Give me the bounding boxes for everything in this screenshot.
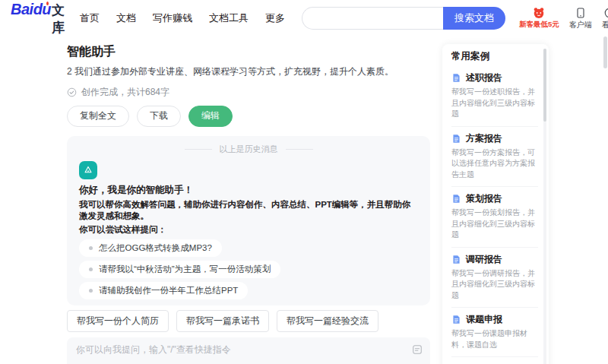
quick-chip-experience-exchange[interactable]: 帮我写一篇经验交流 (277, 310, 378, 332)
bullet-dot (89, 246, 93, 250)
document-icon (451, 73, 461, 83)
primary-nav: 首页 文档 写作赚钱 文档工具 更多 (80, 11, 285, 25)
case-title: 述职报告 (466, 71, 502, 84)
history-divider: 以上是历史消息 (79, 144, 418, 155)
document-icon (451, 315, 461, 324)
nav-item-documents[interactable]: 文档 (116, 11, 136, 25)
quick-chip-resume[interactable]: 帮我写一份个人简历 (67, 310, 169, 332)
case-title: 策划报告 (466, 192, 502, 205)
assistant-avatar (79, 161, 97, 179)
sample-question-ogg-to-mp3[interactable]: 怎么把OGG格式转换成MP3? (79, 239, 222, 257)
document-icon (451, 194, 461, 204)
welcome-intro: 我可以帮你高效解答问题，辅助你进行内容创作、内容总结、PPT编辑等，并且帮助你激… (79, 199, 418, 222)
case-desc: 帮我写一份述职报告，并且内容细化到三级内容标题 (451, 87, 538, 120)
edit-button[interactable]: 编辑 (188, 106, 233, 127)
sample-question-text: 怎么把OGG格式转换成MP3? (99, 242, 212, 254)
welcome-greeting: 你好，我是你的智能助手！ (79, 184, 418, 197)
bullet-dot (89, 267, 93, 271)
nav-item-home[interactable]: 首页 (80, 11, 100, 25)
case-item-work-report[interactable]: 工作报告 帮我写一份工作报告，工作类型随机 (451, 357, 538, 364)
search-input[interactable] (302, 7, 443, 30)
case-title: 课题申报 (466, 313, 502, 326)
new-user-promo[interactable]: 新客最低5元 (519, 7, 559, 30)
quick-chip-commitment-letter[interactable]: 帮我写一篇承诺书 (176, 310, 269, 332)
sample-question-midautumn-plan[interactable]: 请帮我以“中秋活动”为主题，写一份活动策划 (79, 261, 280, 278)
document-icon (451, 255, 461, 264)
assistant-logo-icon (83, 165, 93, 176)
question-input[interactable] (76, 343, 407, 364)
search-bar: 搜索文档 (302, 7, 505, 30)
sample-question-text: 请辅助我创作一份半年工作总结PPT (99, 285, 238, 296)
seen-label: 看过 (602, 20, 608, 30)
case-title: 调研报告 (466, 253, 502, 266)
case-desc: 帮我写一份策划报告，并且内容细化到三级内容标题 (451, 207, 538, 241)
logo-text-bai: Bai (11, 1, 33, 18)
common-cases-sidebar: 常用案例 述职报告 帮我写一份述职报告，并且内容细化到三级内容标题 方案报告 帮… (442, 44, 549, 364)
case-item-project-application[interactable]: 课题申报 帮我写一份课题申报材料，课题自选 (451, 308, 538, 357)
assistant-main-panel: 智能助手 2 我们通过参加外部专业讲座、网络课程学习等方式，扩充视野，提升个人素… (67, 44, 430, 364)
case-item-plan-report[interactable]: 方案报告 帮我写一份方案报告，可以选择任意内容为方案报告主题 (451, 127, 538, 188)
download-button[interactable]: 下载 (137, 106, 181, 127)
clock-icon (603, 7, 608, 19)
case-desc: 帮我写一份课题申报材料，课题自选 (451, 328, 538, 350)
sidebar-scrollbar[interactable] (543, 49, 546, 364)
nav-item-more[interactable]: 更多 (265, 11, 285, 25)
logo-text-wenku: 文库 (52, 2, 66, 36)
sidebar-scrollbar-thumb[interactable] (543, 49, 546, 122)
promo-label: 新客最低5元 (519, 20, 559, 30)
sidebar-title: 常用案例 (451, 50, 538, 63)
top-navigation-bar: Bai du 文库 首页 文档 写作赚钱 文档工具 更多 搜索文档 新客最低5元 (0, 0, 608, 36)
sample-question-text: 请帮我以“中秋活动”为主题，写一份活动策划 (99, 264, 271, 275)
phone-icon (575, 7, 587, 19)
baidu-wenku-logo[interactable]: Bai du 文库 (11, 1, 66, 36)
sample-question-list: 怎么把OGG格式转换成MP3? 请帮我以“中秋活动”为主题，写一份活动策划 请辅… (79, 239, 418, 299)
previous-answer-tail: 2 我们通过参加外部专业讲座、网络课程学习等方式，扩充视野，提升个人素质。 (67, 66, 430, 78)
creation-status: 创作完成，共计684字 (67, 86, 430, 99)
check-circle-icon (67, 87, 77, 97)
window-scrollbar-thumb[interactable] (603, 36, 607, 68)
divider-line-right (286, 149, 313, 150)
copy-all-button[interactable]: 复制全文 (67, 106, 129, 127)
document-icon (451, 134, 461, 144)
sample-question-halfyear-ppt[interactable]: 请辅助我创作一份半年工作总结PPT (79, 282, 248, 299)
case-desc: 帮我写一份方案报告，可以选择任意内容为方案报告主题 (451, 147, 538, 181)
search-button[interactable]: 搜索文档 (443, 7, 505, 30)
composer: 0/400 (67, 337, 430, 364)
case-list: 述职报告 帮我写一份述职报告，并且内容细化到三级内容标题 方案报告 帮我写一份方… (451, 66, 538, 364)
divider-line-left (185, 149, 212, 150)
client-label: 客户端 (569, 20, 592, 30)
page-title: 智能助手 (67, 44, 430, 60)
creation-status-text: 创作完成，共计684字 (81, 86, 169, 99)
promo-mascot-icon (532, 7, 546, 19)
case-item-debrief-report[interactable]: 述职报告 帮我写一份述职报告，并且内容细化到三级内容标题 (451, 66, 538, 127)
nav-item-doc-tools[interactable]: 文档工具 (209, 11, 249, 25)
case-item-planning-report[interactable]: 策划报告 帮我写一份策划报告，并且内容细化到三级内容标题 (451, 187, 538, 248)
history-entry[interactable]: 看过 (602, 7, 608, 30)
client-entry[interactable]: 客户端 (569, 7, 592, 30)
quick-command-icon[interactable] (412, 344, 423, 355)
answer-action-buttons: 复制全文 下载 编辑 (67, 106, 430, 127)
header-right-actions: 新客最低5元 客户端 看过 (519, 7, 608, 30)
case-title: 方案报告 (466, 132, 502, 145)
page-body: 智能助手 2 我们通过参加外部专业讲座、网络课程学习等方式，扩充视野，提升个人素… (0, 36, 608, 364)
chat-history-area: 以上是历史消息 你好，我是你的智能助手！ 我可以帮你高效解答问题，辅助你进行内容… (67, 136, 430, 306)
nav-item-write-to-earn[interactable]: 写作赚钱 (153, 11, 192, 25)
quick-chip-row: 帮我写一份个人简历 帮我写一篇承诺书 帮我写一篇经验交流 (67, 310, 430, 332)
logo-accent-dot (46, 2, 49, 5)
case-desc: 帮我写一份调研报告，并且内容细化到三级内容标题 (451, 268, 538, 302)
assistant-welcome-message: 你好，我是你的智能助手！ 我可以帮你高效解答问题，辅助你进行内容创作、内容总结、… (79, 161, 418, 300)
case-item-research-report[interactable]: 调研报告 帮我写一份调研报告，并且内容细化到三级内容标题 (451, 248, 538, 309)
window-scrollbar[interactable] (603, 36, 607, 364)
welcome-hint: 你可以尝试这样提问： (79, 224, 418, 236)
bullet-dot (89, 289, 93, 293)
history-divider-text: 以上是历史消息 (220, 144, 278, 155)
